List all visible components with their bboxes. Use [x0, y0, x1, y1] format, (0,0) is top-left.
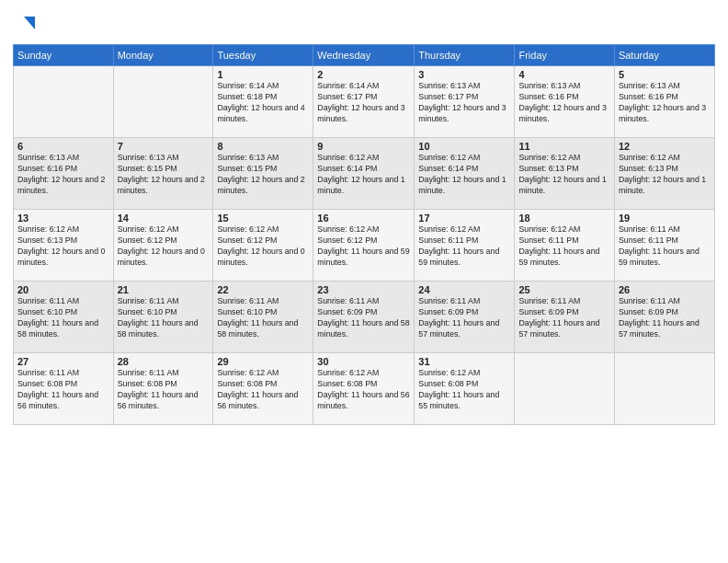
day-info: Sunrise: 6:11 AM Sunset: 6:09 PM Dayligh…	[418, 296, 510, 340]
calendar-cell: 10Sunrise: 6:12 AM Sunset: 6:14 PM Dayli…	[415, 138, 515, 210]
day-info: Sunrise: 6:13 AM Sunset: 6:17 PM Dayligh…	[418, 81, 510, 125]
day-header-wednesday: Wednesday	[313, 45, 415, 66]
day-number: 30	[317, 356, 410, 367]
calendar-cell: 13Sunrise: 6:12 AM Sunset: 6:13 PM Dayli…	[14, 210, 114, 282]
day-number: 15	[217, 213, 309, 224]
day-info: Sunrise: 6:13 AM Sunset: 6:15 PM Dayligh…	[217, 153, 309, 197]
calendar-cell: 4Sunrise: 6:13 AM Sunset: 6:16 PM Daylig…	[515, 66, 614, 138]
calendar-cell: 22Sunrise: 6:11 AM Sunset: 6:10 PM Dayli…	[213, 282, 313, 353]
day-info: Sunrise: 6:11 AM Sunset: 6:09 PM Dayligh…	[619, 296, 711, 340]
logo	[13, 9, 37, 37]
day-number: 7	[118, 141, 210, 152]
day-number: 21	[118, 284, 210, 295]
calendar-cell: 11Sunrise: 6:12 AM Sunset: 6:13 PM Dayli…	[515, 138, 614, 210]
calendar-cell: 7Sunrise: 6:13 AM Sunset: 6:15 PM Daylig…	[113, 138, 213, 210]
calendar-cell: 14Sunrise: 6:12 AM Sunset: 6:12 PM Dayli…	[113, 210, 213, 282]
day-number: 4	[518, 69, 609, 80]
calendar-cell: 31Sunrise: 6:12 AM Sunset: 6:08 PM Dayli…	[415, 353, 515, 425]
day-header-saturday: Saturday	[614, 45, 714, 66]
day-info: Sunrise: 6:14 AM Sunset: 6:17 PM Dayligh…	[317, 81, 410, 125]
calendar-cell: 8Sunrise: 6:13 AM Sunset: 6:15 PM Daylig…	[213, 138, 313, 210]
calendar-week-1: 1Sunrise: 6:14 AM Sunset: 6:18 PM Daylig…	[14, 66, 715, 138]
day-info: Sunrise: 6:12 AM Sunset: 6:14 PM Dayligh…	[317, 153, 410, 197]
day-number: 9	[317, 141, 410, 152]
day-number: 3	[418, 69, 510, 80]
calendar-cell	[14, 66, 114, 138]
day-number: 24	[418, 284, 510, 295]
calendar-cell: 18Sunrise: 6:12 AM Sunset: 6:11 PM Dayli…	[515, 210, 614, 282]
calendar-week-5: 27Sunrise: 6:11 AM Sunset: 6:08 PM Dayli…	[14, 353, 715, 425]
day-info: Sunrise: 6:12 AM Sunset: 6:13 PM Dayligh…	[518, 153, 609, 197]
day-number: 6	[17, 141, 109, 152]
day-info: Sunrise: 6:12 AM Sunset: 6:12 PM Dayligh…	[317, 224, 410, 269]
calendar-table: SundayMondayTuesdayWednesdayThursdayFrid…	[13, 44, 715, 425]
day-header-tuesday: Tuesday	[213, 45, 313, 66]
day-number: 23	[317, 284, 410, 295]
calendar-cell: 1Sunrise: 6:14 AM Sunset: 6:18 PM Daylig…	[213, 66, 313, 138]
day-number: 13	[17, 213, 109, 224]
day-header-monday: Monday	[113, 45, 213, 66]
day-info: Sunrise: 6:12 AM Sunset: 6:08 PM Dayligh…	[217, 368, 309, 412]
calendar-cell: 25Sunrise: 6:11 AM Sunset: 6:09 PM Dayli…	[515, 282, 614, 353]
day-info: Sunrise: 6:13 AM Sunset: 6:16 PM Dayligh…	[619, 81, 711, 125]
day-number: 1	[217, 69, 309, 80]
day-info: Sunrise: 6:12 AM Sunset: 6:12 PM Dayligh…	[118, 224, 210, 269]
day-info: Sunrise: 6:11 AM Sunset: 6:10 PM Dayligh…	[217, 296, 309, 340]
day-number: 31	[418, 356, 510, 367]
calendar-cell: 3Sunrise: 6:13 AM Sunset: 6:17 PM Daylig…	[415, 66, 515, 138]
calendar-cell: 12Sunrise: 6:12 AM Sunset: 6:13 PM Dayli…	[614, 138, 714, 210]
day-info: Sunrise: 6:11 AM Sunset: 6:11 PM Dayligh…	[619, 224, 711, 269]
day-number: 19	[619, 213, 711, 224]
calendar-cell	[614, 353, 714, 425]
calendar-cell	[515, 353, 614, 425]
svg-marker-0	[24, 17, 35, 29]
day-header-thursday: Thursday	[415, 45, 515, 66]
day-info: Sunrise: 6:13 AM Sunset: 6:15 PM Dayligh…	[118, 153, 210, 197]
day-header-sunday: Sunday	[14, 45, 114, 66]
day-info: Sunrise: 6:11 AM Sunset: 6:08 PM Dayligh…	[17, 368, 109, 412]
calendar-cell: 16Sunrise: 6:12 AM Sunset: 6:12 PM Dayli…	[313, 210, 415, 282]
day-info: Sunrise: 6:11 AM Sunset: 6:09 PM Dayligh…	[518, 296, 609, 340]
day-info: Sunrise: 6:12 AM Sunset: 6:08 PM Dayligh…	[418, 368, 510, 412]
calendar-cell: 24Sunrise: 6:11 AM Sunset: 6:09 PM Dayli…	[415, 282, 515, 353]
day-info: Sunrise: 6:11 AM Sunset: 6:10 PM Dayligh…	[17, 296, 109, 340]
day-info: Sunrise: 6:12 AM Sunset: 6:13 PM Dayligh…	[619, 153, 711, 197]
calendar-cell: 23Sunrise: 6:11 AM Sunset: 6:09 PM Dayli…	[313, 282, 415, 353]
day-info: Sunrise: 6:11 AM Sunset: 6:08 PM Dayligh…	[118, 368, 210, 412]
calendar-cell: 27Sunrise: 6:11 AM Sunset: 6:08 PM Dayli…	[14, 353, 114, 425]
day-number: 18	[518, 213, 609, 224]
day-info: Sunrise: 6:11 AM Sunset: 6:09 PM Dayligh…	[317, 296, 410, 340]
calendar-cell: 30Sunrise: 6:12 AM Sunset: 6:08 PM Dayli…	[313, 353, 415, 425]
day-info: Sunrise: 6:12 AM Sunset: 6:08 PM Dayligh…	[317, 368, 410, 412]
calendar-cell: 5Sunrise: 6:13 AM Sunset: 6:16 PM Daylig…	[614, 66, 714, 138]
calendar-cell: 19Sunrise: 6:11 AM Sunset: 6:11 PM Dayli…	[614, 210, 714, 282]
day-header-friday: Friday	[515, 45, 614, 66]
day-number: 27	[17, 356, 109, 367]
calendar-cell	[113, 66, 213, 138]
day-info: Sunrise: 6:13 AM Sunset: 6:16 PM Dayligh…	[518, 81, 609, 125]
day-number: 11	[518, 141, 609, 152]
day-number: 17	[418, 213, 510, 224]
calendar-cell: 6Sunrise: 6:13 AM Sunset: 6:16 PM Daylig…	[14, 138, 114, 210]
day-info: Sunrise: 6:12 AM Sunset: 6:12 PM Dayligh…	[217, 224, 309, 269]
calendar-cell: 21Sunrise: 6:11 AM Sunset: 6:10 PM Dayli…	[113, 282, 213, 353]
day-number: 5	[619, 69, 711, 80]
calendar-cell: 17Sunrise: 6:12 AM Sunset: 6:11 PM Dayli…	[415, 210, 515, 282]
day-number: 25	[518, 284, 609, 295]
day-number: 26	[619, 284, 711, 295]
calendar-cell: 29Sunrise: 6:12 AM Sunset: 6:08 PM Dayli…	[213, 353, 313, 425]
day-info: Sunrise: 6:12 AM Sunset: 6:11 PM Dayligh…	[518, 224, 609, 269]
day-number: 22	[217, 284, 309, 295]
logo-icon	[17, 13, 37, 33]
day-number: 16	[317, 213, 410, 224]
calendar-cell: 26Sunrise: 6:11 AM Sunset: 6:09 PM Dayli…	[614, 282, 714, 353]
calendar-cell: 15Sunrise: 6:12 AM Sunset: 6:12 PM Dayli…	[213, 210, 313, 282]
page: SundayMondayTuesdayWednesdayThursdayFrid…	[0, 0, 728, 563]
calendar-header-row: SundayMondayTuesdayWednesdayThursdayFrid…	[14, 45, 715, 66]
day-number: 28	[118, 356, 210, 367]
calendar-cell: 2Sunrise: 6:14 AM Sunset: 6:17 PM Daylig…	[313, 66, 415, 138]
calendar-cell: 28Sunrise: 6:11 AM Sunset: 6:08 PM Dayli…	[113, 353, 213, 425]
day-info: Sunrise: 6:12 AM Sunset: 6:14 PM Dayligh…	[418, 153, 510, 197]
day-number: 14	[118, 213, 210, 224]
calendar-week-4: 20Sunrise: 6:11 AM Sunset: 6:10 PM Dayli…	[14, 282, 715, 353]
